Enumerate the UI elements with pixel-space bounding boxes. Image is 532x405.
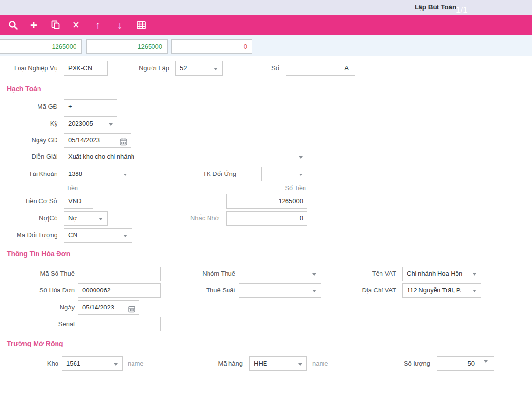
chevron-down-icon <box>214 68 218 70</box>
ma-doi-tuong-select[interactable]: CN <box>64 228 132 243</box>
chevron-down-icon <box>298 363 302 366</box>
dia-chi-vat-select[interactable]: 112 Nguyễn Trãi, P. <box>402 283 481 298</box>
search-button[interactable] <box>7 19 19 32</box>
dia-chi-vat-label: Địa Chỉ VAT <box>336 283 399 298</box>
arrow-down-icon: ↓ <box>114 19 126 32</box>
chevron-down-icon <box>473 273 476 276</box>
arrow-up-icon: ↑ <box>92 19 104 32</box>
grid-button[interactable] <box>135 19 148 32</box>
dien-giai-label: Diễn Giải <box>0 150 61 164</box>
nhac-nho-label: Nhắc Nhớ <box>161 211 223 226</box>
chevron-down-icon <box>299 174 303 176</box>
page-title: Lập Bút Toán <box>415 3 456 11</box>
nhac-nho-input[interactable]: 0 <box>226 211 307 226</box>
kho-name-hint: name <box>128 356 144 371</box>
ten-vat-label: Tên VAT <box>336 267 399 281</box>
difference-value: 0 <box>244 43 247 50</box>
ten-vat-select[interactable]: Chi nhánh Hoa Hồn <box>402 267 481 281</box>
so-tien-input[interactable]: 1265000 <box>226 194 307 209</box>
credit-total-value: 1265000 <box>137 43 162 50</box>
so-luong-label: Số lượng <box>380 356 434 371</box>
chevron-down-icon <box>123 174 127 176</box>
so-hoa-don-label: Số Hóa Đơn <box>0 283 78 298</box>
calendar-icon[interactable] <box>128 304 135 315</box>
so-tien-column-header: Số Tiền <box>246 184 306 192</box>
thue-suat-label: Thuế Suất <box>171 283 239 298</box>
ma-hang-label: Mã hàng <box>192 356 246 371</box>
delete-icon: ✕ <box>70 19 82 32</box>
page-indicator: 1/1 <box>456 5 468 15</box>
move-up-button[interactable]: ↑ <box>92 19 104 32</box>
hoa-don-heading: Thông Tin Hóa Đơn <box>7 250 70 258</box>
toolbar: + ✕ ↑ ↓ <box>0 15 532 35</box>
chevron-down-icon <box>299 156 303 159</box>
tk-doi-ung-select[interactable] <box>261 167 307 181</box>
ngay-label: Ngày <box>0 300 78 315</box>
ma-so-thue-label: Mã Số Thuế <box>0 267 78 281</box>
chevron-down-icon <box>123 235 127 237</box>
ngay-gd-label: Ngày GD <box>0 133 61 148</box>
serial-input[interactable] <box>78 317 161 331</box>
journal-entry-screen: Lập Bút Toán 1/1 + ✕ <box>0 0 532 405</box>
ma-gd-input[interactable]: + <box>64 99 117 114</box>
ky-label: Kỳ <box>0 116 61 131</box>
grid-icon <box>136 25 147 32</box>
ma-so-thue-input[interactable] <box>78 267 161 281</box>
thue-suat-select[interactable] <box>239 283 321 298</box>
ma-hang-name-hint: name <box>312 356 328 371</box>
ky-select[interactable]: 2023005 <box>64 116 117 131</box>
loai-nghiep-vu-label: Loại Nghiệp Vụ <box>0 61 61 76</box>
so-label: Số <box>234 61 283 76</box>
ngay-gd-date-input[interactable]: 05/14/2023 <box>64 133 131 148</box>
dien-giai-select[interactable]: Xuất kho cho chi nhánh <box>64 150 307 164</box>
no-co-select[interactable]: Nợ <box>64 211 108 226</box>
chevron-down-icon <box>109 123 113 126</box>
chevron-down-icon <box>473 290 476 292</box>
mo-rong-heading: Trường Mở Rộng <box>7 340 63 347</box>
ma-hang-select[interactable]: HHE <box>249 356 307 371</box>
tai-khoan-label: Tài Khoản <box>0 167 61 181</box>
move-down-button[interactable]: ↓ <box>114 19 126 32</box>
difference-field[interactable]: 0 <box>171 39 252 54</box>
nhom-thue-label: Nhóm Thuế <box>171 267 239 281</box>
ma-doi-tuong-label: Mã Đối Tượng <box>0 228 61 243</box>
ngay-date-input[interactable]: 05/14/2023 <box>78 300 139 315</box>
tai-khoan-select[interactable]: 1368 <box>64 167 132 181</box>
tk-doi-ung-label: TK Đối Ứng <box>171 167 240 181</box>
so-luong-stepper[interactable]: 50 <box>437 356 494 371</box>
kho-select[interactable]: 1561 <box>62 356 123 371</box>
so-hoa-don-input[interactable]: 00000062 <box>78 283 161 298</box>
add-icon: + <box>27 19 40 32</box>
debit-total-value: 1265000 <box>52 43 76 50</box>
tien-column-header: Tiền <box>66 184 78 192</box>
tien-co-so-label: Tiền Cơ Sở <box>0 194 61 209</box>
delete-button[interactable]: ✕ <box>70 19 82 32</box>
tien-co-so-input[interactable]: VND <box>64 194 93 209</box>
nguoi-lap-label: Người Lập <box>112 61 172 76</box>
nhom-thue-select[interactable] <box>239 267 321 281</box>
calendar-icon[interactable] <box>120 137 127 148</box>
search-icon <box>8 25 19 32</box>
spinner-icon[interactable] <box>480 360 488 371</box>
loai-nghiep-vu-input[interactable]: PXK-CN <box>64 61 108 76</box>
add-button[interactable]: + <box>27 19 40 32</box>
chevron-down-icon <box>114 363 118 366</box>
no-co-label: Nợ|Có <box>0 211 61 226</box>
ma-gd-label: Mã GĐ <box>0 99 61 114</box>
copy-icon <box>50 25 61 32</box>
hach-toan-heading: Hạch Toán <box>7 85 41 93</box>
so-input[interactable]: A <box>286 61 355 76</box>
chevron-down-icon <box>99 218 103 220</box>
nguoi-lap-select[interactable]: 52 <box>175 61 223 76</box>
chevron-down-icon <box>312 273 316 276</box>
kho-label: Kho <box>10 356 62 371</box>
serial-label: Serial <box>0 317 78 331</box>
copy-button[interactable] <box>49 19 62 32</box>
chevron-down-icon <box>312 290 316 292</box>
credit-total-field[interactable]: 1265000 <box>86 39 168 54</box>
debit-total-field[interactable]: 1265000 <box>0 39 82 54</box>
